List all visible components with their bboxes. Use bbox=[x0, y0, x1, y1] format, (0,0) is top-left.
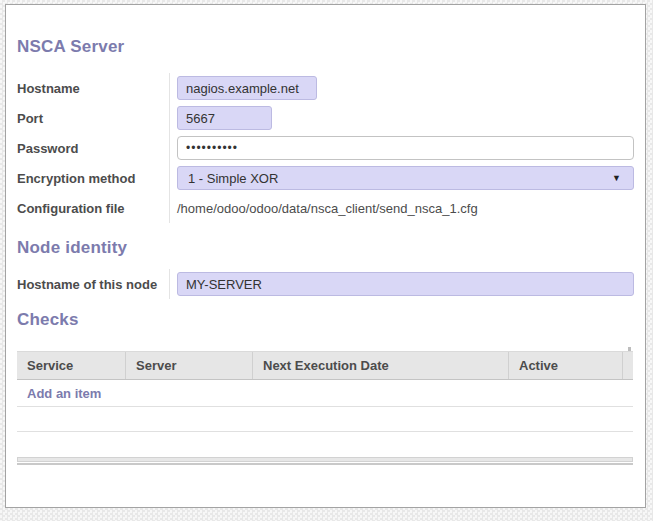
column-header-service[interactable]: Service bbox=[17, 352, 126, 379]
section-title-checks: Checks bbox=[17, 310, 634, 330]
page-background: NSCA Server Hostname Port Password bbox=[0, 0, 653, 521]
encryption-method-label: Encryption method bbox=[17, 163, 170, 193]
form-row-config-file: Configuration file /home/odoo/odoo/data/… bbox=[17, 193, 634, 223]
checks-list-view: Service Server Next Execution Date Activ… bbox=[17, 351, 633, 465]
form-row-node-hostname: Hostname of this node bbox=[17, 269, 634, 299]
chevron-down-icon: ▼ bbox=[612, 173, 623, 183]
node-hostname-label: Hostname of this node bbox=[17, 269, 170, 299]
form-row-encryption: Encryption method 1 - Simple XOR ▼ bbox=[17, 163, 634, 193]
form-row-password: Password bbox=[17, 133, 634, 163]
scrollbar-track[interactable] bbox=[17, 457, 633, 462]
table-row-empty-2 bbox=[17, 432, 633, 456]
hostname-label: Hostname bbox=[17, 73, 170, 103]
password-input[interactable] bbox=[177, 136, 634, 160]
form-row-port: Port bbox=[17, 103, 634, 133]
section-title-node-identity: Node identity bbox=[17, 238, 634, 258]
column-header-active[interactable]: Active bbox=[509, 352, 623, 379]
hostname-input[interactable] bbox=[177, 76, 317, 100]
scrollbar-thumb[interactable] bbox=[17, 463, 633, 465]
column-header-spacer bbox=[623, 352, 633, 379]
scrollbar-corner-mark bbox=[628, 347, 631, 351]
add-an-item-link[interactable]: Add an item bbox=[27, 386, 101, 401]
column-header-next-execution-date[interactable]: Next Execution Date bbox=[253, 352, 509, 379]
form-panel: NSCA Server Hostname Port Password bbox=[5, 4, 646, 508]
horizontal-scrollbar[interactable] bbox=[17, 457, 633, 465]
configuration-file-value: /home/odoo/odoo/data/nsca_client/send_ns… bbox=[177, 201, 478, 216]
section-title-nsca-server: NSCA Server bbox=[17, 37, 634, 57]
node-identity-form: Hostname of this node bbox=[17, 269, 634, 299]
table-row-add: Add an item bbox=[17, 380, 633, 407]
column-header-server[interactable]: Server bbox=[126, 352, 253, 379]
configuration-file-label: Configuration file bbox=[17, 193, 170, 223]
table-row-empty-1 bbox=[17, 407, 633, 432]
nsca-server-form: Hostname Port Password bbox=[17, 73, 634, 223]
form-row-hostname: Hostname bbox=[17, 73, 634, 103]
node-hostname-input[interactable] bbox=[177, 272, 634, 296]
encryption-method-value: 1 - Simple XOR bbox=[188, 171, 278, 186]
port-label: Port bbox=[17, 103, 170, 133]
port-input[interactable] bbox=[177, 106, 272, 130]
encryption-method-select[interactable]: 1 - Simple XOR ▼ bbox=[177, 166, 634, 190]
password-label: Password bbox=[17, 133, 170, 163]
checks-table-header: Service Server Next Execution Date Activ… bbox=[17, 351, 633, 380]
